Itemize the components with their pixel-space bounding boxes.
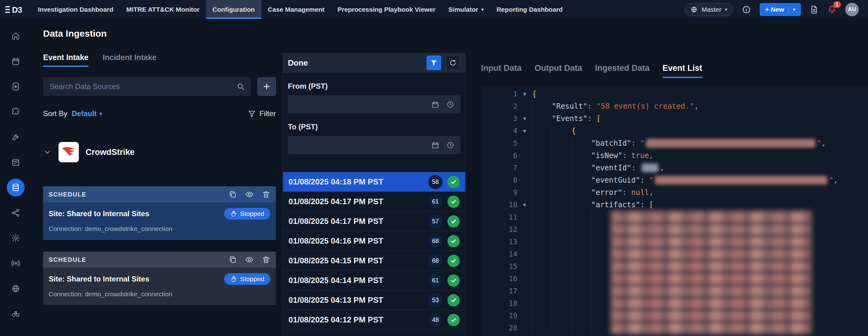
batch-row[interactable]: 01/08/2025 04:14 PM PST61 (283, 271, 465, 291)
fold-toggle-icon[interactable]: ▾ (517, 90, 532, 98)
event-count-badge: 61 (428, 195, 442, 209)
copy-icon[interactable] (228, 255, 237, 264)
code-token: "artifacts" (591, 201, 640, 209)
redacted-content (611, 211, 812, 223)
sidebar-item-schedule[interactable] (3, 150, 28, 175)
sidebar-item-integrations[interactable] (3, 99, 28, 124)
nav-item-case-management[interactable]: Case Management (261, 0, 331, 19)
nav-item-mitre-att-ck-monitor[interactable]: MITRE ATT&CK Monitor (120, 0, 206, 19)
document-icon[interactable] (809, 5, 819, 14)
schedule-card[interactable]: SCHEDULESite: Shared to Internal SitesSt… (43, 252, 276, 305)
batch-row[interactable]: 01/08/2025 04:17 PM PST57 (283, 212, 465, 231)
sort-dropdown[interactable]: Default ▾ (72, 109, 102, 118)
code-line: 11 (481, 211, 868, 223)
batch-filter-button[interactable] (427, 55, 441, 70)
calendar-icon[interactable] (431, 100, 439, 109)
batch-row[interactable]: 01/08/2025 04:15 PM PST68 (283, 251, 465, 271)
code-token: null (631, 188, 649, 197)
sidebar-item-data-ingestion[interactable] (3, 175, 28, 200)
master-selector[interactable]: Master ▾ (684, 3, 733, 16)
nav-item-reporting-dashboard[interactable]: Reporting Dashboard (490, 0, 569, 19)
tab-event-intake[interactable]: Event Intake (43, 53, 88, 67)
chevron-down-icon: ▾ (725, 7, 727, 12)
code-text: "Events": [ (552, 114, 601, 123)
code-text (611, 223, 812, 236)
code-token: [ (649, 201, 653, 209)
notifications-button[interactable]: 1 (827, 5, 837, 14)
fold-toggle-icon[interactable]: ▾ (517, 115, 532, 122)
sidebar-item-globe[interactable] (3, 276, 28, 301)
code-token: " (640, 139, 645, 148)
indent-guides (532, 260, 611, 273)
chevron-down-icon[interactable] (43, 148, 52, 156)
avatar[interactable]: AU (845, 3, 859, 16)
redacted-value (655, 176, 827, 184)
nav-item-configuration[interactable]: Configuration (206, 0, 261, 19)
code-token: [ (596, 114, 601, 123)
nav-item-simulator[interactable]: Simulator▾ (442, 0, 490, 19)
code-text (611, 260, 812, 273)
eye-icon[interactable] (245, 190, 254, 198)
clock-icon[interactable] (446, 100, 455, 109)
trash-icon[interactable] (262, 255, 270, 264)
sidebar-item-connections[interactable] (3, 200, 28, 225)
filter-label: Filter (259, 109, 276, 118)
code-token: "Events" (552, 114, 588, 123)
fold-toggle-icon[interactable]: ▾ (517, 201, 532, 209)
sidebar-item-playbook[interactable] (3, 74, 28, 99)
line-number: 3 (481, 115, 517, 123)
search-input[interactable] (43, 77, 251, 96)
tab-output-data[interactable]: Output Data (534, 63, 582, 78)
line-number: 5 (481, 139, 517, 147)
line-number: 7 (481, 164, 517, 172)
nav-item-preprocessing-playbook-viewer[interactable]: Preprocessing Playbook Viewer (331, 0, 442, 19)
new-button[interactable]: + New ▾ (760, 3, 801, 16)
refresh-button[interactable] (445, 55, 460, 70)
sidebar-item-calendar[interactable] (3, 49, 28, 74)
sidebar-item-home[interactable] (3, 23, 28, 49)
nav-item-label: MITRE ATT&CK Monitor (126, 6, 199, 13)
code-text: "eventId": , (591, 163, 664, 172)
success-check-icon (447, 314, 460, 326)
code-token: : (640, 176, 649, 184)
sort-by-label: Sort By (43, 109, 67, 118)
nav-item-investigation-dashboard[interactable]: Investigation Dashboard (31, 0, 120, 19)
code-text: { (532, 90, 536, 98)
add-data-source-button[interactable] (257, 77, 276, 96)
sidebar-item-broadcast[interactable] (3, 251, 28, 276)
code-text: "batchId": "", (591, 139, 826, 148)
code-text (611, 273, 812, 285)
info-icon[interactable] (742, 5, 751, 14)
to-datetime-input[interactable] (288, 136, 460, 154)
clock-icon[interactable] (446, 141, 455, 149)
batch-row[interactable]: 01/08/2025 04:18 PM PST58 (283, 172, 465, 192)
batch-row[interactable]: 01/08/2025 04:16 PM PST68 (283, 231, 465, 251)
schedule-card[interactable]: SCHEDULESite: Shared to Internal SitesSt… (43, 186, 276, 240)
fold-toggle-icon[interactable]: ▾ (517, 127, 532, 134)
tab-event-list[interactable]: Event List (662, 63, 702, 78)
filter-button[interactable]: Filter (248, 109, 276, 118)
search-box (43, 77, 251, 96)
calendar-icon[interactable] (431, 141, 439, 149)
playbook-icon (11, 82, 20, 91)
batch-row[interactable]: 01/08/2025 04:12 PM PST48 (283, 310, 465, 330)
copy-icon[interactable] (228, 190, 237, 198)
batch-row[interactable]: 01/08/2025 04:17 PM PST61 (283, 192, 465, 212)
eye-icon[interactable] (245, 255, 254, 264)
success-check-icon (447, 195, 460, 208)
from-datetime-input[interactable] (288, 95, 460, 113)
data-sources-panel: Event IntakeIncident Intake Sort By Defa… (43, 53, 276, 336)
line-number: 18 (481, 299, 517, 307)
batch-row[interactable]: 01/08/2025 04:13 PM PST53 (283, 291, 465, 310)
tab-ingested-data[interactable]: Ingested Data (595, 63, 650, 78)
sidebar-item-investigate[interactable] (3, 301, 28, 327)
code-line: 6"isNew": true, (481, 149, 868, 162)
sidebar-item-settings[interactable] (3, 225, 28, 251)
code-text (611, 285, 812, 297)
trash-icon[interactable] (262, 190, 270, 198)
tab-input-data[interactable]: Input Data (481, 63, 522, 78)
data-source-group-crowdstrike[interactable]: CrowdStrike (43, 142, 276, 162)
code-line: 14 (481, 248, 868, 260)
tab-incident-intake[interactable]: Incident Intake (102, 53, 156, 67)
sidebar-item-utilities[interactable] (3, 124, 28, 150)
